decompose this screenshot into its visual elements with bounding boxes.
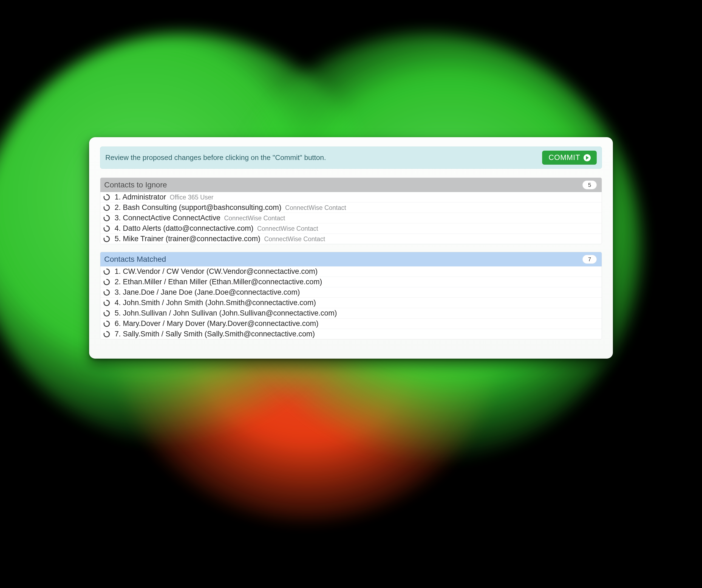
list-item-title: Bash Consulting (support@bashconsulting.… [121,203,281,211]
app-canvas: Review the proposed changes before click… [0,0,702,588]
list-item-number: 5. [115,234,121,243]
list-item[interactable]: 5. Mike Trainer (trainer@connectactive.c… [100,233,602,244]
list-item-title: ConnectActive ConnectActive [121,214,221,222]
list-item-number: 3. [115,214,121,222]
list-item-text: 1. CW.Vendor / CW Vendor (CW.Vendor@conn… [115,267,598,276]
list-item-number: 2. [115,278,121,286]
list-item-meta: ConnectWise Contact [224,215,285,222]
loading-spinner-icon [103,225,110,232]
section-ignore-count: 5 [582,181,597,189]
list-item-number: 2. [115,203,121,211]
section-ignore: Contacts to Ignore 5 1. Administrator Of… [100,178,602,244]
commit-button[interactable]: COMMIT [542,151,597,165]
loading-spinner-icon [103,289,110,296]
list-item-title: Mary.Dover / Mary Dover (Mary.Dover@conn… [121,319,319,327]
loading-spinner-icon [103,194,110,201]
loading-spinner-icon [103,279,110,286]
list-item[interactable]: 3. ConnectActive ConnectActive ConnectWi… [100,213,602,223]
list-item[interactable]: 6. Mary.Dover / Mary Dover (Mary.Dover@c… [100,318,602,329]
list-item-text: 5. Mike Trainer (trainer@connectactive.c… [115,234,598,243]
list-item-number: 6. [115,319,121,327]
list-item[interactable]: 2. Ethan.Miller / Ethan Miller (Ethan.Mi… [100,277,602,287]
section-matched-count: 7 [582,255,597,264]
list-item-text: 4. Datto Alerts (datto@connectactive.com… [115,224,598,233]
section-matched-header[interactable]: Contacts Matched 7 [100,252,602,267]
loading-spinner-icon [103,320,110,327]
list-item-meta: ConnectWise Contact [264,235,325,242]
list-item-number: 7. [115,330,121,338]
list-item-number: 4. [115,299,121,307]
list-item-number: 3. [115,288,121,296]
section-ignore-title: Contacts to Ignore [104,181,167,189]
commit-button-label: COMMIT [549,154,580,162]
list-item-text: 2. Bash Consulting (support@bashconsulti… [115,203,598,212]
loading-spinner-icon [103,299,110,306]
info-text: Review the proposed changes before click… [105,154,326,162]
list-item[interactable]: 5. John.Sullivan / John Sullivan (John.S… [100,308,602,318]
loading-spinner-icon [103,235,110,242]
list-item-title: Sally.Smith / Sally Smith (Sally.Smith@c… [121,330,315,338]
list-item[interactable]: 3. Jane.Doe / Jane Doe (Jane.Doe@connect… [100,287,602,297]
list-item-meta: ConnectWise Contact [285,204,346,211]
list-item-number: 5. [115,309,121,317]
section-matched: Contacts Matched 7 1. CW.Vendor / CW Ven… [100,252,602,339]
list-item-text: 7. Sally.Smith / Sally Smith (Sally.Smit… [115,330,598,338]
section-matched-title: Contacts Matched [104,255,166,264]
list-item-meta: ConnectWise Contact [257,225,318,232]
list-item-title: Administrator [121,193,166,201]
section-ignore-header[interactable]: Contacts to Ignore 5 [100,178,602,192]
list-item-title: John.Smith / John Smith (John.Smith@conn… [121,299,316,307]
list-item-number: 4. [115,224,121,232]
list-item-title: Jane.Doe / Jane Doe (Jane.Doe@connectact… [121,288,300,296]
list-item-number: 1. [115,267,121,276]
list-item[interactable]: 4. Datto Alerts (datto@connectactive.com… [100,223,602,233]
list-item-number: 1. [115,193,121,201]
section-ignore-rows: 1. Administrator Office 365 User 2. Bash… [100,192,602,244]
loading-spinner-icon [103,215,110,222]
list-item-title: Ethan.Miller / Ethan Miller (Ethan.Mille… [121,278,322,286]
list-item[interactable]: 4. John.Smith / John Smith (John.Smith@c… [100,297,602,308]
list-item-title: Datto Alerts (datto@connectactive.com) [121,224,254,232]
list-item-text: 5. John.Sullivan / John Sullivan (John.S… [115,309,598,317]
section-matched-rows: 1. CW.Vendor / CW Vendor (CW.Vendor@conn… [100,267,602,339]
list-item[interactable]: 1. CW.Vendor / CW Vendor (CW.Vendor@conn… [100,267,602,277]
loading-spinner-icon [103,310,110,317]
list-item-text: 4. John.Smith / John Smith (John.Smith@c… [115,299,598,307]
list-item-text: 2. Ethan.Miller / Ethan Miller (Ethan.Mi… [115,278,598,286]
list-item[interactable]: 7. Sally.Smith / Sally Smith (Sally.Smit… [100,329,602,339]
list-item-title: CW.Vendor / CW Vendor (CW.Vendor@connect… [121,267,318,276]
loading-spinner-icon [103,331,110,338]
list-item[interactable]: 2. Bash Consulting (support@bashconsulti… [100,202,602,213]
list-item-meta: Office 365 User [170,194,213,201]
review-panel: Review the proposed changes before click… [89,137,613,359]
list-item-text: 3. ConnectActive ConnectActive ConnectWi… [115,214,598,222]
list-item[interactable]: 1. Administrator Office 365 User [100,192,602,202]
list-item-text: 1. Administrator Office 365 User [115,193,598,201]
list-item-text: 6. Mary.Dover / Mary Dover (Mary.Dover@c… [115,319,598,328]
list-item-text: 3. Jane.Doe / Jane Doe (Jane.Doe@connect… [115,288,598,297]
loading-spinner-icon [103,268,110,275]
play-circle-icon [584,154,591,161]
list-item-title: John.Sullivan / John Sullivan (John.Sull… [121,309,337,317]
list-item-title: Mike Trainer (trainer@connectactive.com) [121,234,260,243]
loading-spinner-icon [103,204,110,211]
info-bar: Review the proposed changes before click… [100,146,602,169]
